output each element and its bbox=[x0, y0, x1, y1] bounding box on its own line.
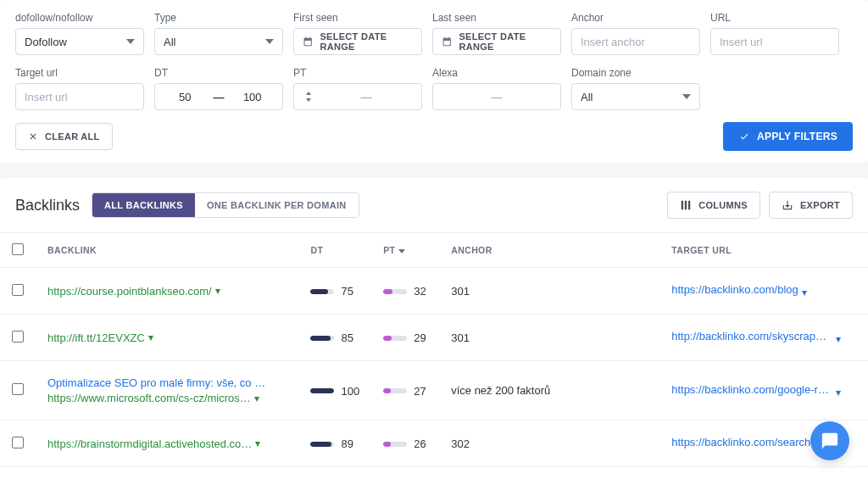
pt-bar: 26 bbox=[383, 437, 426, 450]
backlink-title[interactable]: Optimalizace SEO pro malé firmy: vše, co… bbox=[47, 376, 268, 389]
pt-range[interactable]: — bbox=[293, 83, 422, 110]
backlink-url[interactable]: https://course.pointblankseo.com/ bbox=[47, 285, 212, 298]
sort-desc-icon bbox=[395, 245, 405, 255]
sort-icon bbox=[304, 92, 313, 102]
pt-bar: 32 bbox=[383, 285, 426, 298]
table-row: http://ift.tt/12EVXZC▾8529301http://back… bbox=[0, 315, 868, 361]
anchor-cell: více než 200 faktorů bbox=[439, 361, 659, 421]
target-url-input[interactable] bbox=[15, 83, 144, 110]
pt-bar: 27 bbox=[383, 385, 426, 398]
check-icon bbox=[738, 131, 750, 142]
chat-fab[interactable] bbox=[810, 421, 849, 460]
anchor-input[interactable] bbox=[571, 28, 700, 55]
mode-tabs: ALL BACKLINKS ONE BACKLINK PER DOMAIN bbox=[92, 192, 359, 218]
target-url[interactable]: https://backlinko.com/google-ranking… bbox=[671, 383, 832, 396]
dt-range[interactable]: 50 — 100 bbox=[154, 83, 283, 110]
chevron-down-icon[interactable]: ▾ bbox=[836, 387, 841, 398]
backlink-url[interactable]: https://brainstormdigital.activehosted.c… bbox=[47, 437, 252, 450]
col-pt[interactable]: PT bbox=[371, 233, 439, 268]
filter-label-alexa: Alexa bbox=[432, 67, 561, 79]
col-dt[interactable]: DT bbox=[298, 233, 371, 268]
backlinks-section: Backlinks ALL BACKLINKS ONE BACKLINK PER… bbox=[0, 178, 868, 479]
columns-icon bbox=[680, 199, 692, 211]
calendar-icon bbox=[303, 36, 313, 47]
row-checkbox[interactable] bbox=[12, 383, 24, 395]
filter-label-lastseen: Last seen bbox=[432, 12, 561, 24]
table-row: https://brainstormdigital.activehosted.c… bbox=[0, 421, 868, 467]
row-checkbox[interactable] bbox=[12, 437, 24, 448]
last-seen-date-range[interactable]: SELECT DATE RANGE bbox=[432, 28, 561, 55]
select-all-checkbox[interactable] bbox=[12, 243, 24, 255]
col-target[interactable]: TARGET URL bbox=[659, 233, 868, 268]
anchor-cell: Skyscraper Technique bbox=[439, 467, 659, 480]
section-title: Backlinks bbox=[15, 197, 80, 214]
filter-label-type: Type bbox=[154, 12, 283, 24]
target-url[interactable]: https://backlinko.com/search-engine-… bbox=[671, 436, 832, 448]
filter-label-url: URL bbox=[710, 12, 839, 24]
col-anchor[interactable]: ANCHOR bbox=[439, 233, 659, 268]
clear-all-button[interactable]: CLEAR ALL bbox=[15, 123, 113, 150]
row-checkbox[interactable] bbox=[12, 331, 24, 343]
row-checkbox[interactable] bbox=[12, 284, 24, 296]
table-row: Optimalizace SEO pro malé firmy: vše, co… bbox=[0, 361, 868, 421]
download-icon bbox=[782, 199, 793, 211]
alexa-range[interactable]: — bbox=[432, 83, 561, 110]
filter-label-pt: PT bbox=[293, 67, 422, 79]
target-url[interactable]: http://backlinko.com/skyscraper-tech… bbox=[671, 330, 832, 343]
export-button[interactable]: EXPORT bbox=[769, 192, 853, 219]
first-seen-date-range[interactable]: SELECT DATE RANGE bbox=[293, 28, 422, 55]
chevron-down-icon[interactable]: ▾ bbox=[148, 331, 153, 343]
chevron-down-icon[interactable]: ▾ bbox=[255, 437, 260, 449]
table-row: Affiliate Marketing for New Bloggers: A … bbox=[0, 467, 868, 480]
columns-button[interactable]: COLUMNS bbox=[667, 192, 760, 219]
chevron-down-icon[interactable]: ▾ bbox=[215, 285, 220, 297]
chevron-down-icon[interactable]: ▾ bbox=[836, 333, 841, 345]
backlink-url[interactable]: http://ift.tt/12EVXZC bbox=[47, 331, 145, 344]
dt-bar: 89 bbox=[310, 437, 353, 450]
chat-icon bbox=[821, 432, 839, 450]
backlinks-table: BACKLINK DT PT ANCHOR TARGET URL https:/… bbox=[0, 232, 868, 479]
tab-one-per-domain[interactable]: ONE BACKLINK PER DOMAIN bbox=[195, 193, 359, 217]
filter-label-dofollow: dofollow/nofollow bbox=[15, 12, 144, 24]
filter-label-domainzone: Domain zone bbox=[571, 67, 700, 79]
target-url[interactable]: https://backlinko.com/blog bbox=[671, 283, 798, 296]
calendar-icon bbox=[442, 36, 452, 47]
type-select[interactable]: All bbox=[154, 28, 283, 55]
tab-all-backlinks[interactable]: ALL BACKLINKS bbox=[92, 193, 195, 217]
anchor-cell: 302 bbox=[439, 421, 659, 467]
domain-zone-select[interactable]: All bbox=[571, 83, 700, 110]
chevron-down-icon[interactable]: ▾ bbox=[254, 393, 259, 404]
dt-bar: 75 bbox=[310, 285, 353, 298]
chevron-down-icon bbox=[126, 37, 135, 46]
close-icon bbox=[28, 131, 38, 142]
apply-filters-button[interactable]: APPLY FILTERS bbox=[723, 122, 853, 151]
filter-label-anchor: Anchor bbox=[571, 12, 700, 24]
chevron-down-icon bbox=[682, 92, 691, 101]
table-row: https://course.pointblankseo.com/▾753230… bbox=[0, 268, 868, 315]
filter-label-firstseen: First seen bbox=[293, 12, 422, 24]
chevron-down-icon[interactable]: ▾ bbox=[802, 287, 807, 298]
dt-bar: 85 bbox=[310, 331, 353, 344]
filters-panel: dofollow/nofollow Dofollow Type All Firs… bbox=[0, 0, 868, 163]
dt-bar: 100 bbox=[310, 385, 359, 398]
filter-label-targeturl: Target url bbox=[15, 67, 144, 79]
pt-bar: 29 bbox=[383, 331, 426, 344]
backlink-url[interactable]: https://www.microsoft.com/cs-cz/micros… bbox=[47, 392, 251, 404]
anchor-cell: 301 bbox=[439, 315, 659, 361]
dofollow-select[interactable]: Dofollow bbox=[15, 28, 144, 55]
filter-label-dt: DT bbox=[154, 67, 283, 79]
url-input[interactable] bbox=[710, 28, 839, 55]
chevron-down-icon bbox=[265, 37, 274, 46]
anchor-cell: 301 bbox=[439, 268, 659, 315]
col-backlink[interactable]: BACKLINK bbox=[36, 233, 298, 268]
